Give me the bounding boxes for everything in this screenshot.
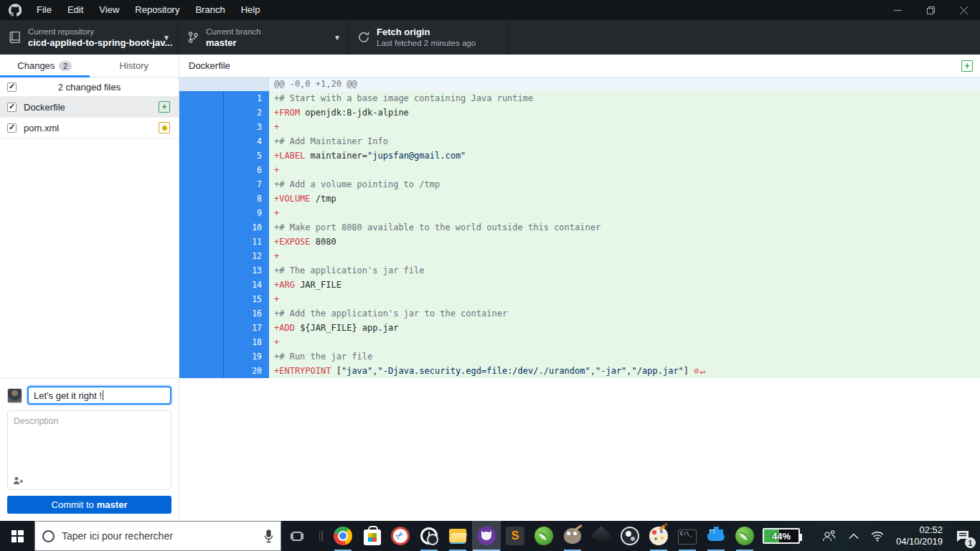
current-repository-label: Current repository: [28, 27, 153, 37]
taskbar-sublime-text-icon[interactable]: [501, 521, 529, 551]
taskbar-clock[interactable]: 02:52 04/10/2019: [890, 524, 948, 547]
diff-line-content: +: [269, 206, 980, 220]
diff-gutter-old[interactable]: [179, 364, 224, 378]
microphone-icon[interactable]: [264, 529, 273, 543]
fetch-origin-title: Fetch origin: [377, 27, 500, 38]
window-minimize-button[interactable]: [881, 0, 914, 20]
diff-gutter-new[interactable]: 6: [224, 163, 269, 177]
fetch-origin-button[interactable]: Fetch origin Last fetched 2 minutes ago: [349, 20, 508, 55]
diff-gutter-new[interactable]: 12: [224, 249, 269, 263]
tray-expand-chevron[interactable]: [843, 521, 864, 551]
wifi-icon[interactable]: [864, 521, 890, 551]
diff-body[interactable]: @@ -0,0 +1,20 @@ 1+# Start with a base i…: [179, 77, 980, 521]
taskbar-file-explorer-icon[interactable]: [443, 521, 472, 551]
diff-gutter-new[interactable]: 8: [224, 192, 269, 206]
taskbar-spring-boot-icon[interactable]: [730, 521, 759, 551]
task-view-button[interactable]: [281, 521, 313, 551]
github-desktop-glyph: [477, 527, 496, 545]
diff-gutter-new[interactable]: 16: [224, 306, 269, 321]
window-restore-button[interactable]: [914, 0, 947, 20]
tab-history[interactable]: History: [90, 55, 179, 77]
alarms-and-clock-glyph: [420, 527, 438, 545]
tab-changes-label: Changes: [17, 60, 55, 71]
taskbar-search-input[interactable]: Taper ici pour rechercher: [34, 521, 281, 551]
current-repository-dropdown[interactable]: Current repository cicd-applied-to-sprin…: [0, 20, 178, 55]
commit-button[interactable]: Commit to master: [7, 496, 171, 514]
current-branch-dropdown[interactable]: Current branch master ▼: [178, 20, 349, 55]
diff-gutter-old[interactable]: [179, 91, 224, 105]
diff-gutter-old[interactable]: [179, 206, 224, 220]
taskbar-obs-studio-icon[interactable]: [616, 521, 644, 551]
taskbar-docker-icon[interactable]: [702, 521, 730, 551]
diff-gutter-old[interactable]: [179, 349, 224, 364]
tab-changes[interactable]: Changes 2: [0, 55, 90, 77]
include-file-checkbox[interactable]: [7, 103, 17, 112]
diff-gutter-new[interactable]: 5: [224, 149, 269, 163]
start-button[interactable]: [0, 521, 34, 551]
commit-summary-input[interactable]: Let's get it right !: [27, 386, 171, 405]
menu-help[interactable]: Help: [233, 0, 268, 20]
diff-gutter-old[interactable]: [179, 120, 224, 134]
diff-gutter-new[interactable]: 1: [224, 91, 269, 105]
include-all-checkbox[interactable]: [7, 83, 17, 92]
window-close-button[interactable]: [947, 0, 980, 20]
diff-gutter-new[interactable]: 9: [224, 206, 269, 220]
menu-view[interactable]: View: [91, 0, 127, 20]
menu-branch[interactable]: Branch: [187, 0, 232, 20]
chevron-down-icon: ▼: [163, 34, 170, 42]
file-row-pom.xml[interactable]: pom.xml: [0, 118, 179, 138]
diff-gutter-new[interactable]: 19: [224, 349, 269, 364]
include-file-checkbox[interactable]: [7, 123, 17, 133]
taskbar-command-prompt-icon[interactable]: [673, 521, 702, 551]
diff-gutter-new[interactable]: 20: [224, 364, 269, 378]
taskbar-gimp-icon[interactable]: [558, 521, 587, 551]
diff-line: 11+EXPOSE 8080: [179, 235, 980, 249]
diff-gutter-old[interactable]: [179, 163, 224, 177]
diff-gutter-old[interactable]: [179, 177, 224, 192]
taskbar-microsoft-store-icon[interactable]: [357, 521, 386, 551]
diff-gutter-new[interactable]: 4: [224, 134, 269, 149]
diff-gutter-new[interactable]: 2: [224, 105, 269, 120]
diff-gutter-old[interactable]: [179, 321, 224, 335]
diff-gutter-new[interactable]: 10: [224, 220, 269, 235]
hunk-header-row: @@ -0,0 +1,20 @@: [179, 77, 980, 91]
taskbar-spring-tool-suite-icon[interactable]: [529, 521, 558, 551]
diff-gutter-old[interactable]: [179, 235, 224, 249]
action-center-button[interactable]: 1: [948, 521, 980, 551]
diff-line: 3+: [179, 120, 980, 134]
diff-gutter-old[interactable]: [179, 263, 224, 278]
menu-file[interactable]: File: [29, 0, 60, 20]
add-coauthor-icon[interactable]: [13, 476, 24, 485]
diff-gutter-new[interactable]: 3: [224, 120, 269, 134]
diff-gutter-new[interactable]: 13: [224, 263, 269, 278]
sublime-text-glyph: [506, 527, 524, 545]
diff-gutter-old[interactable]: [179, 278, 224, 292]
taskbar-google-chrome-icon[interactable]: [329, 521, 357, 551]
diff-gutter-old[interactable]: [179, 220, 224, 235]
diff-gutter-old[interactable]: [179, 306, 224, 321]
taskbar-snipping-tool-icon[interactable]: [386, 521, 415, 551]
diff-gutter-old[interactable]: [179, 335, 224, 349]
diff-gutter-new[interactable]: 17: [224, 321, 269, 335]
menu-edit[interactable]: Edit: [60, 0, 91, 20]
diff-gutter-new[interactable]: 15: [224, 292, 269, 306]
taskbar-inkscape-icon[interactable]: [587, 521, 616, 551]
taskbar-paint-icon[interactable]: [644, 521, 673, 551]
people-tray-icon[interactable]: [816, 521, 843, 551]
taskbar-github-desktop-icon[interactable]: [472, 521, 501, 551]
diff-gutter-old[interactable]: [179, 149, 224, 163]
diff-gutter-old[interactable]: [179, 105, 224, 120]
diff-gutter-new[interactable]: 11: [224, 235, 269, 249]
diff-gutter-old[interactable]: [179, 134, 224, 149]
menu-repository[interactable]: Repository: [127, 0, 187, 20]
diff-gutter-new[interactable]: 14: [224, 278, 269, 292]
diff-gutter-old[interactable]: [179, 249, 224, 263]
diff-gutter-old[interactable]: [179, 192, 224, 206]
diff-gutter-new[interactable]: 7: [224, 177, 269, 192]
file-row-dockerfile[interactable]: Dockerfile: [0, 97, 179, 118]
diff-gutter-new[interactable]: 18: [224, 335, 269, 349]
diff-gutter-old[interactable]: [179, 292, 224, 306]
taskbar-alarms-and-clock-icon[interactable]: [415, 521, 443, 551]
battery-indicator[interactable]: 44%: [759, 521, 804, 551]
commit-description-textarea[interactable]: Description: [7, 410, 171, 490]
